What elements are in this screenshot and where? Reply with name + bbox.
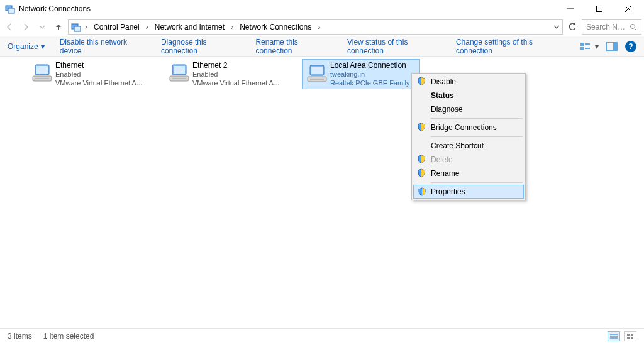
window-title: Network Connections	[19, 4, 91, 13]
connection-item[interactable]: Ethernet Enabled VMware Virtual Ethernet…	[28, 59, 163, 89]
content-area[interactable]: Ethernet Enabled VMware Virtual Ethernet…	[0, 57, 644, 343]
location-icon	[71, 22, 81, 32]
nav-bar: › Control Panel › Network and Internet ›…	[0, 18, 644, 36]
back-button[interactable]	[3, 20, 16, 34]
cmd-rename[interactable]: Rename this connection	[255, 38, 331, 55]
breadcrumb-item[interactable]: Network Connections	[236, 20, 315, 34]
context-menu-label: Disable	[431, 77, 456, 86]
connection-device: VMware Virtual Ethernet A...	[192, 79, 297, 87]
connection-name: Ethernet 2	[192, 61, 297, 70]
context-menu-label: Properties	[431, 187, 465, 196]
app-icon	[5, 4, 15, 14]
maximize-button[interactable]	[585, 0, 614, 18]
cmd-diagnose[interactable]: Diagnose this connection	[161, 38, 241, 55]
svg-rect-34	[631, 337, 633, 339]
up-button[interactable]	[52, 20, 65, 34]
chevron-down-icon: ▾	[41, 42, 45, 51]
connection-item[interactable]: Ethernet 2 Enabled VMware Virtual Ethern…	[165, 59, 300, 89]
svg-point-8	[631, 24, 635, 28]
svg-rect-15	[613, 43, 617, 50]
menu-separator	[431, 136, 523, 137]
cmd-view-status[interactable]: View status of this connection	[347, 38, 441, 55]
network-adapter-icon	[30, 60, 55, 87]
refresh-button[interactable]	[565, 23, 579, 31]
context-menu-label: Delete	[431, 155, 453, 164]
connection-status: tweaking.in	[330, 70, 417, 79]
chevron-right-icon[interactable]: ›	[228, 23, 236, 31]
connection-device: VMware Virtual Ethernet A...	[55, 79, 160, 87]
menu-separator	[431, 118, 523, 119]
svg-rect-1	[8, 8, 14, 13]
svg-rect-25	[311, 67, 323, 74]
status-item-count: 3 items	[8, 332, 32, 341]
context-menu-item[interactable]: Create Shortcut	[413, 139, 524, 153]
preview-pane-toggle[interactable]	[606, 42, 618, 51]
uac-shield-icon	[417, 77, 426, 85]
context-menu-label: Status	[431, 91, 454, 100]
view-options[interactable]: ▾	[580, 42, 599, 51]
menu-separator	[431, 182, 523, 183]
chevron-right-icon[interactable]: ›	[82, 23, 90, 31]
svg-rect-31	[627, 334, 630, 336]
svg-rect-7	[74, 26, 80, 31]
forward-button[interactable]	[19, 20, 33, 34]
large-icons-view-button[interactable]	[624, 331, 636, 341]
svg-rect-10	[580, 43, 584, 46]
context-menu-label: Bridge Connections	[431, 123, 497, 132]
status-selection-count: 1 item selected	[43, 332, 94, 341]
search-icon	[630, 23, 637, 31]
cmd-disable-device[interactable]: Disable this network device	[60, 38, 146, 55]
address-bar[interactable]: › Control Panel › Network and Internet ›…	[68, 19, 563, 35]
details-view-button[interactable]	[608, 331, 620, 341]
uac-shield-icon	[417, 168, 426, 177]
connection-device: Realtek PCIe GBE Family C...	[330, 79, 417, 87]
minimize-button[interactable]	[556, 0, 585, 18]
view-icon	[580, 42, 590, 51]
organize-label: Organize	[8, 42, 38, 51]
chevron-down-icon: ▾	[595, 42, 599, 51]
uac-shield-icon	[418, 187, 426, 196]
uac-shield-icon	[417, 123, 426, 131]
connection-status: Enabled	[55, 70, 160, 79]
chevron-right-icon[interactable]: ›	[143, 23, 151, 31]
recent-locations-button[interactable]	[35, 20, 49, 34]
help-button[interactable]: ?	[625, 41, 636, 52]
context-menu-item[interactable]: Bridge Connections	[413, 121, 524, 134]
svg-rect-32	[631, 334, 633, 336]
context-menu-item: Delete	[413, 153, 524, 167]
context-menu-item[interactable]: Properties	[413, 185, 524, 199]
breadcrumb-item[interactable]: Control Panel	[90, 20, 143, 34]
chevron-right-icon[interactable]: ›	[315, 23, 323, 31]
address-dropdown-icon[interactable]	[553, 24, 560, 30]
svg-rect-11	[580, 47, 584, 50]
svg-rect-33	[627, 337, 630, 339]
network-adapter-icon	[167, 60, 192, 87]
search-placeholder: Search Ne...	[586, 23, 626, 31]
connection-name: Local Area Connection	[330, 61, 417, 70]
context-menu-item[interactable]: Disable	[413, 75, 524, 89]
command-bar: Organize ▾ Disable this network device D…	[0, 36, 644, 57]
svg-rect-21	[174, 66, 185, 74]
cmd-change-settings[interactable]: Change settings of this connection	[456, 38, 565, 55]
context-menu-label: Create Shortcut	[431, 141, 484, 150]
network-adapter-icon	[305, 61, 330, 87]
context-menu-item[interactable]: Status	[413, 89, 524, 102]
context-menu-label: Diagnose	[431, 105, 463, 114]
title-bar: Network Connections	[0, 0, 644, 18]
svg-line-9	[635, 28, 636, 30]
connection-item-selected[interactable]: Local Area Connection tweaking.in Realte…	[302, 59, 420, 89]
context-menu-label: Rename	[431, 169, 459, 178]
close-button[interactable]	[614, 0, 643, 18]
svg-rect-3	[597, 6, 602, 12]
context-menu-item[interactable]: Rename	[413, 167, 524, 180]
status-bar: 3 items 1 item selected	[0, 328, 644, 343]
uac-shield-icon	[417, 155, 426, 163]
connection-status: Enabled	[192, 70, 297, 79]
search-input[interactable]: Search Ne...	[582, 19, 641, 35]
context-menu-item[interactable]: Diagnose	[413, 102, 524, 116]
organize-menu[interactable]: Organize ▾	[8, 42, 45, 51]
svg-rect-17	[36, 66, 48, 74]
connection-name: Ethernet	[55, 61, 160, 70]
breadcrumb-item[interactable]: Network and Internet	[151, 20, 228, 34]
context-menu: DisableStatusDiagnoseBridge ConnectionsC…	[411, 73, 526, 200]
